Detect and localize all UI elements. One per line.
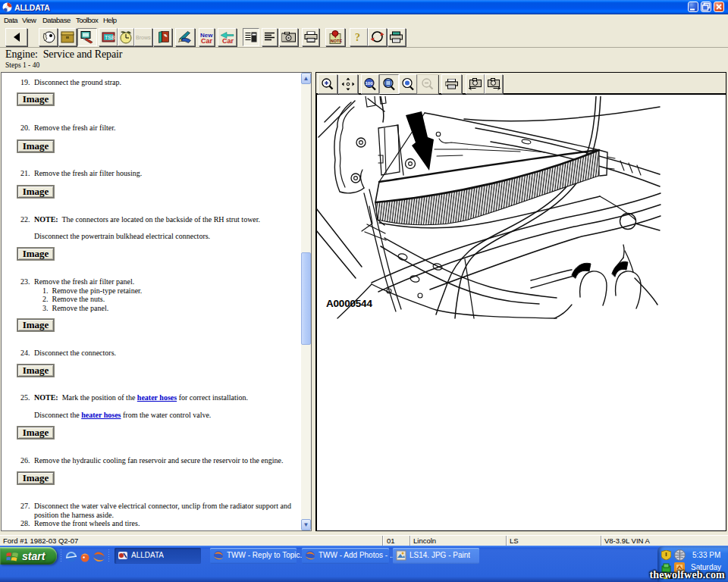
svg-text:TSB: TSB <box>105 35 115 40</box>
svg-text:A0000544: A0000544 <box>326 298 372 309</box>
svg-text:?: ? <box>355 32 360 43</box>
svg-text:Browse: Browse <box>136 35 151 40</box>
svg-text:Car: Car <box>222 37 234 44</box>
svg-text:100: 100 <box>366 81 374 86</box>
svg-text:NOTE: NOTE <box>331 39 342 43</box>
svg-text:Car: Car <box>201 37 213 44</box>
